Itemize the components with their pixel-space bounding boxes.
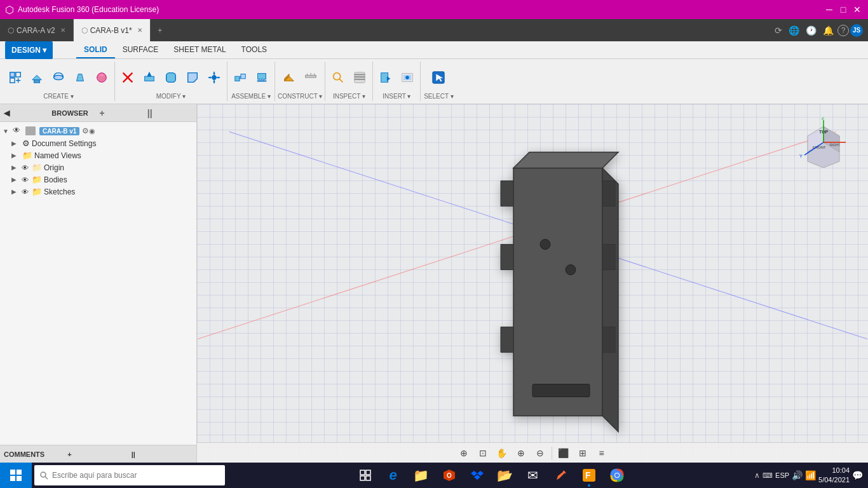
tab-sheet-metal[interactable]: SHEET METAL	[166, 41, 233, 58]
tab-cara-b[interactable]: ⬡ CARA-B v1* ✕	[74, 19, 151, 41]
comments-collapse[interactable]: ||	[132, 451, 193, 458]
3d-model	[494, 130, 621, 448]
sketches-eye-icon[interactable]: 👁	[22, 188, 29, 196]
svg-marker-54	[602, 181, 615, 207]
speaker-icon[interactable]: 🔊	[792, 470, 803, 480]
home-view-button[interactable]: ⊡	[474, 445, 492, 461]
browser-collapse[interactable]: ||	[147, 108, 193, 118]
tab-solid[interactable]: SOLID	[76, 41, 115, 58]
sketch-button[interactable]	[548, 463, 574, 488]
named-views-arrow[interactable]: ▶	[11, 152, 20, 159]
delete-button[interactable]	[118, 67, 138, 88]
create-buttons	[5, 62, 112, 93]
tree-item-named-views[interactable]: ▶ 📁 Named Views	[0, 149, 196, 161]
construct-measure-button[interactable]	[301, 67, 321, 88]
extrude-button[interactable]	[27, 67, 47, 88]
origin-arrow[interactable]: ▶	[11, 164, 20, 171]
press-pull-button[interactable]	[139, 67, 159, 88]
tab-cara-a[interactable]: ⬡ CARA-A v2 ✕	[0, 19, 74, 41]
notification-icon[interactable]: 🔔	[820, 24, 836, 37]
svg-rect-1	[16, 72, 20, 76]
chamfer-button[interactable]	[182, 67, 203, 88]
tree-item-origin[interactable]: ▶ 👁 📁 Origin	[0, 161, 196, 173]
search-input[interactable]	[52, 471, 220, 480]
browser-add[interactable]: +	[100, 108, 145, 118]
office-button[interactable]: O	[436, 463, 463, 488]
network-icon[interactable]: 📶	[805, 470, 816, 480]
globe-icon[interactable]: 🌐	[786, 24, 802, 37]
svg-marker-91	[477, 471, 484, 476]
mail-button[interactable]: ✉	[520, 463, 546, 488]
chrome-button[interactable]	[604, 463, 630, 488]
maximize-button[interactable]: □	[837, 4, 849, 15]
named-views-label: Named Views	[34, 151, 194, 160]
root-eye-icon[interactable]: 👁	[13, 126, 23, 136]
tree-item-bodies[interactable]: ▶ 👁 📁 Bodies	[0, 173, 196, 186]
joint-button[interactable]	[230, 67, 250, 88]
viewcube[interactable]: TOP FRONT RIGHT Z Y	[798, 117, 849, 168]
minimize-button[interactable]: ─	[824, 4, 835, 15]
sketches-arrow[interactable]: ▶	[11, 188, 20, 195]
search-bar[interactable]	[34, 465, 225, 485]
dropbox-button[interactable]	[464, 463, 491, 488]
fusion-button[interactable]: F	[576, 463, 602, 488]
tab-cara-b-close[interactable]: ✕	[137, 27, 142, 34]
comments-add[interactable]: +	[67, 451, 128, 458]
fillet-button[interactable]	[161, 67, 181, 88]
folder-button[interactable]: 📂	[492, 463, 519, 488]
language-indicator[interactable]: ESP	[775, 471, 789, 479]
tree-item-doc-settings[interactable]: ▶ ⚙ Document Settings	[0, 137, 196, 149]
browser-arrow[interactable]: ◀	[4, 109, 49, 118]
show-hidden-icon[interactable]: ∧	[754, 471, 760, 480]
tree-item-sketches[interactable]: ▶ 👁 📁 Sketches	[0, 186, 196, 198]
clock[interactable]: 10:04 5/04/2021	[818, 466, 850, 485]
tab-tools[interactable]: TOOLS	[234, 41, 275, 58]
move-button[interactable]	[204, 67, 224, 88]
keyboard-icon[interactable]: ⌨	[763, 471, 773, 480]
pan-button[interactable]: ✋	[493, 445, 511, 461]
zebra-button[interactable]	[349, 67, 370, 88]
root-show-icon[interactable]: ◉	[89, 127, 95, 135]
help-icon[interactable]: ?	[837, 25, 849, 36]
tree-item-root[interactable]: ▼ 👁 CARA-B v1 ⚙ ◉	[0, 125, 196, 137]
canvas-button[interactable]	[397, 67, 417, 88]
user-initials[interactable]: JS	[850, 24, 863, 37]
loft-button[interactable]	[70, 67, 90, 88]
edge-button[interactable]: e	[380, 463, 407, 488]
viewport[interactable]: TOP FRONT RIGHT Z Y ⊕	[197, 104, 868, 463]
tab-surface[interactable]: SURFACE	[115, 41, 166, 58]
environment-button[interactable]: ≡	[593, 445, 611, 461]
construct-plane-button[interactable]	[279, 67, 299, 88]
root-arrow[interactable]: ▼	[3, 128, 11, 135]
thread-button[interactable]	[92, 67, 112, 88]
revolve-button[interactable]	[48, 67, 69, 88]
fit-view-button[interactable]: ⊕	[455, 445, 473, 461]
design-button[interactable]: DESIGN ▾	[5, 41, 53, 59]
display-mode-button[interactable]: ⬛	[555, 445, 573, 461]
ground-button[interactable]	[252, 67, 272, 88]
close-button[interactable]: ✕	[851, 4, 863, 15]
task-view-button[interactable]	[352, 463, 379, 488]
root-settings-icon[interactable]: ⚙	[82, 126, 89, 135]
new-component-button[interactable]	[5, 67, 25, 88]
history-icon[interactable]: 🕐	[803, 24, 819, 37]
file-explorer-button[interactable]: 📁	[408, 463, 435, 488]
refresh-icon[interactable]: ⟳	[772, 24, 785, 37]
start-button[interactable]	[0, 463, 32, 488]
select-button[interactable]	[423, 67, 454, 88]
tab-cara-a-close[interactable]: ✕	[60, 27, 65, 34]
tab-new-button[interactable]: +	[151, 19, 170, 41]
bodies-eye-icon[interactable]: 👁	[22, 176, 29, 184]
zoom-out-button[interactable]: ⊖	[531, 445, 549, 461]
svg-marker-56	[602, 245, 615, 270]
svg-marker-21	[208, 76, 211, 79]
insert-button[interactable]	[376, 67, 396, 88]
origin-eye-icon[interactable]: 👁	[22, 164, 29, 172]
comments-bar: COMMENTS + ||	[0, 445, 196, 463]
zoom-in-button[interactable]: ⊕	[512, 445, 530, 461]
inspect-measure-button[interactable]	[328, 67, 348, 88]
grid-button[interactable]: ⊞	[574, 445, 592, 461]
doc-settings-arrow[interactable]: ▶	[11, 140, 20, 147]
bodies-arrow[interactable]: ▶	[11, 176, 20, 183]
notification-center-icon[interactable]: 💬	[852, 470, 863, 480]
